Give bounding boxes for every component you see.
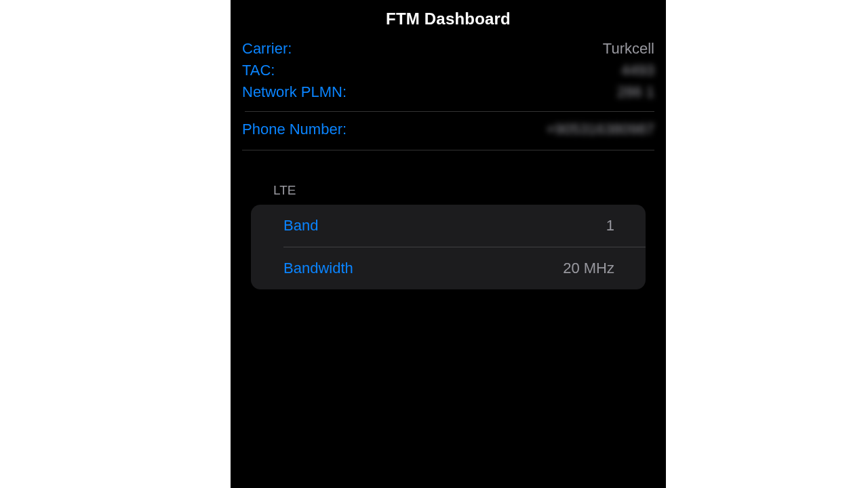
carrier-label: Carrier: <box>242 40 292 58</box>
plmn-value: 286 1 <box>617 83 654 101</box>
divider <box>242 150 654 150</box>
tac-label: TAC: <box>242 62 275 79</box>
lte-card: Band 1 Bandwidth 20 MHz <box>251 205 646 289</box>
header: FTM Dashboard <box>231 0 666 38</box>
carrier-row: Carrier: Turkcell <box>242 38 654 60</box>
phone-number-row: Phone Number: +905316380987 <box>242 119 654 140</box>
band-value: 1 <box>606 217 614 235</box>
tac-value: 4493 <box>621 62 654 79</box>
carrier-value: Turkcell <box>603 40 654 58</box>
ftm-dashboard-screen: FTM Dashboard Carrier: Turkcell TAC: 449… <box>231 0 666 488</box>
phone-number-value: +905316380987 <box>546 121 654 138</box>
divider <box>245 111 654 112</box>
network-info-section: Carrier: Turkcell TAC: 4493 Network PLMN… <box>231 38 666 150</box>
band-label: Band <box>283 217 318 235</box>
phone-number-label: Phone Number: <box>242 121 347 138</box>
lte-section: LTE Band 1 Bandwidth 20 MHz <box>231 183 666 289</box>
plmn-label: Network PLMN: <box>242 83 347 101</box>
tac-row: TAC: 4493 <box>242 60 654 81</box>
bandwidth-value: 20 MHz <box>563 260 614 277</box>
bandwidth-label: Bandwidth <box>283 260 353 277</box>
lte-heading: LTE <box>251 183 646 198</box>
plmn-row: Network PLMN: 286 1 <box>242 81 654 103</box>
bandwidth-row[interactable]: Bandwidth 20 MHz <box>251 247 646 289</box>
page-title: FTM Dashboard <box>231 9 666 28</box>
band-row[interactable]: Band 1 <box>251 205 646 247</box>
